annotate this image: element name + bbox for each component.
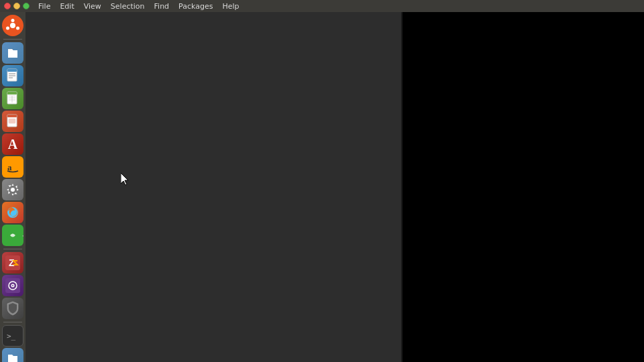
- svg-rect-21: [7, 115, 17, 117]
- launcher-icon-writer[interactable]: [2, 65, 23, 86]
- launcher: A a ◂: [0, 12, 25, 362]
- launcher-icon-files[interactable]: [2, 42, 23, 64]
- window-controls: [0, 3, 34, 9]
- editor-area[interactable]: [25, 12, 402, 362]
- launcher-icon-impress[interactable]: [2, 111, 23, 132]
- menu-selection[interactable]: Selection: [106, 0, 150, 12]
- svg-text:>_: >_: [7, 332, 16, 341]
- launcher-icon-settings[interactable]: [2, 179, 23, 200]
- launcher-icon-calc[interactable]: [2, 88, 23, 109]
- close-button[interactable]: [4, 3, 11, 9]
- launcher-icon-greenapp[interactable]: ◂: [2, 225, 23, 246]
- launcher-divider-1: [3, 39, 22, 40]
- svg-point-25: [11, 188, 15, 192]
- svg-point-6: [11, 19, 15, 22]
- launcher-icon-rhythmbox[interactable]: [2, 275, 23, 296]
- launcher-icon-texteditor[interactable]: A: [2, 133, 23, 155]
- right-panel: [402, 12, 644, 362]
- minimize-button[interactable]: [13, 3, 20, 9]
- svg-point-8: [6, 27, 9, 30]
- svg-rect-10: [7, 69, 17, 72]
- menu-view[interactable]: View: [79, 0, 106, 12]
- svg-rect-15: [7, 92, 17, 95]
- menu-edit[interactable]: Edit: [55, 0, 78, 12]
- menu-packages[interactable]: Packages: [174, 0, 217, 12]
- launcher-divider-2: [3, 249, 22, 249]
- svg-rect-22: [9, 119, 15, 123]
- launcher-icon-filezilla[interactable]: Z: [2, 252, 23, 274]
- launcher-icon-security[interactable]: [2, 298, 23, 319]
- svg-point-5: [10, 23, 15, 28]
- menu-items: File Edit View Selection Find Packages H…: [34, 0, 244, 12]
- menubar: File Edit View Selection Find Packages H…: [0, 0, 644, 12]
- launcher-icon-terminal[interactable]: >_: [2, 325, 23, 347]
- launcher-icon-firefox[interactable]: [2, 202, 23, 223]
- launcher-icon-ubuntu[interactable]: [2, 15, 23, 36]
- launcher-icon-amazon[interactable]: a: [2, 156, 23, 178]
- svg-point-33: [12, 285, 13, 286]
- launcher-divider-3: [3, 322, 22, 322]
- menu-file[interactable]: File: [34, 0, 55, 12]
- maximize-button[interactable]: [23, 3, 30, 9]
- texteditor-label: A: [8, 137, 17, 152]
- menu-find[interactable]: Find: [150, 0, 174, 12]
- svg-point-7: [16, 27, 19, 30]
- menu-help[interactable]: Help: [217, 0, 244, 12]
- svg-text:Z: Z: [9, 257, 15, 268]
- launcher-icon-files-bottom[interactable]: [2, 348, 23, 362]
